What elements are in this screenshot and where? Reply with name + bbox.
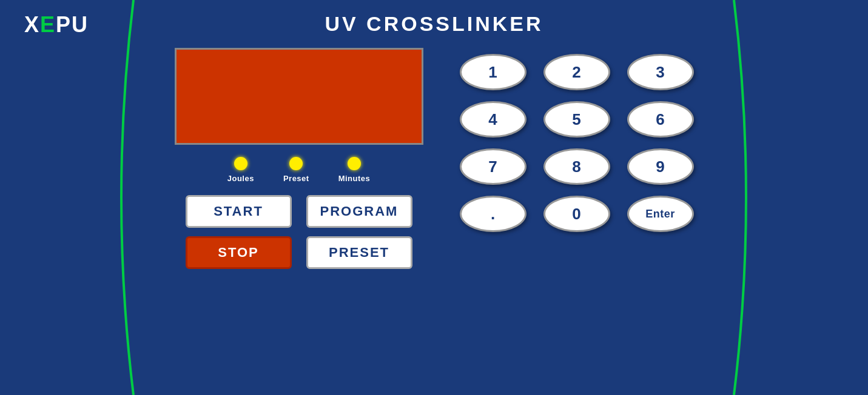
indicator-preset: Preset xyxy=(283,157,309,183)
key-0-button[interactable]: 0 xyxy=(543,196,610,232)
logo: XEPU xyxy=(24,12,89,38)
device-panel: XEPU UV CROSSLINKER Joules Preset xyxy=(0,0,868,395)
key-5-button[interactable]: 5 xyxy=(543,101,610,138)
logo-x: X xyxy=(24,12,40,37)
indicator-dot-preset xyxy=(289,157,303,170)
key-4-button[interactable]: 4 xyxy=(460,101,527,138)
left-panel: Joules Preset Minutes START PROGRAM xyxy=(175,48,423,269)
indicator-row: Joules Preset Minutes xyxy=(227,157,371,183)
header: XEPU UV CROSSLINKER xyxy=(0,0,868,36)
main-content: Joules Preset Minutes START PROGRAM xyxy=(175,48,694,269)
button-row-top: START PROGRAM xyxy=(175,195,423,228)
preset-button[interactable]: PRESET xyxy=(306,236,412,269)
stop-button[interactable]: STOP xyxy=(186,236,292,269)
key-dot-button[interactable]: . xyxy=(460,196,527,232)
key-9-button[interactable]: 9 xyxy=(627,148,694,185)
indicator-dot-minutes xyxy=(348,157,361,170)
indicator-minutes: Minutes xyxy=(338,157,371,183)
logo-pu: PU xyxy=(56,12,89,37)
indicator-label-joules: Joules xyxy=(227,174,254,183)
button-rows: START PROGRAM STOP PRESET xyxy=(175,195,423,269)
page-title: UV CROSSLINKER xyxy=(325,12,543,36)
program-button[interactable]: PROGRAM xyxy=(306,195,412,228)
key-6-button[interactable]: 6 xyxy=(627,101,694,138)
keypad: 1 2 3 4 5 6 7 8 9 . 0 Enter xyxy=(460,54,694,232)
logo-e: E xyxy=(40,12,56,37)
key-7-button[interactable]: 7 xyxy=(460,148,527,185)
key-1-button[interactable]: 1 xyxy=(460,54,527,90)
button-row-bottom: STOP PRESET xyxy=(175,236,423,269)
display-screen xyxy=(175,48,423,145)
key-3-button[interactable]: 3 xyxy=(627,54,694,90)
indicator-dot-joules xyxy=(234,157,247,170)
indicator-label-preset: Preset xyxy=(283,174,309,183)
start-button[interactable]: START xyxy=(186,195,292,228)
indicator-label-minutes: Minutes xyxy=(338,174,371,183)
indicator-joules: Joules xyxy=(227,157,254,183)
key-8-button[interactable]: 8 xyxy=(543,148,610,185)
key-2-button[interactable]: 2 xyxy=(543,54,610,90)
key-enter-button[interactable]: Enter xyxy=(627,196,694,232)
